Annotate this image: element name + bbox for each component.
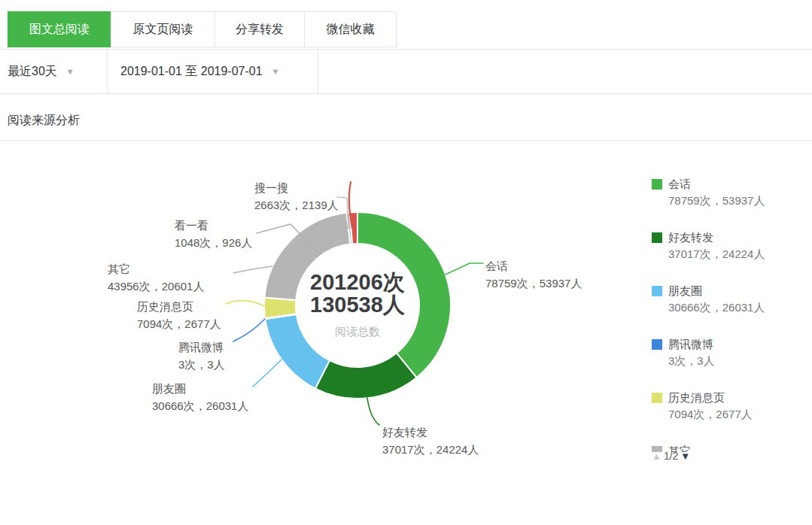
- date-preset-label: 最近30天: [8, 65, 57, 77]
- tab-share-forward[interactable]: 分享转发: [214, 11, 305, 47]
- legend-item-腾讯微博[interactable]: 腾讯微博3次，3人: [652, 336, 806, 369]
- tab-bar: 图文总阅读 原文页阅读 分享转发 微信收藏: [8, 11, 397, 47]
- total-caption: 阅读总数: [275, 325, 440, 339]
- pie-label-line-腾讯微博: [233, 319, 265, 341]
- legend-page-up-icon[interactable]: ▲: [652, 451, 661, 462]
- legend-page-down-icon[interactable]: ▼: [680, 451, 690, 462]
- legend-item-历史消息页[interactable]: 历史消息页7094次，2677人: [652, 390, 806, 423]
- legend-item-name: 腾讯微博: [668, 336, 806, 353]
- date-preset-dropdown[interactable]: 最近30天▼: [8, 50, 75, 93]
- legend-item-好友转发[interactable]: 好友转发37017次，24224人: [652, 229, 806, 262]
- legend-item-value: 30666次，26031人: [668, 299, 806, 316]
- pie-label-line-会话: [446, 263, 483, 275]
- chevron-down-icon: ▼: [66, 67, 75, 76]
- pie-label-好友转发: 好友转发37017次，24224人: [382, 423, 479, 458]
- tab-wechat-favorites[interactable]: 微信收藏: [304, 11, 397, 47]
- filter-divider: [318, 50, 318, 93]
- total-reads: 201206次: [275, 271, 440, 293]
- pie-label-搜一搜: 搜一搜2663次，2139人: [254, 179, 339, 214]
- pie-label-其它: 其它43956次，20601人: [108, 260, 204, 295]
- legend-swatch-icon: [652, 179, 662, 190]
- total-readers: 130538人: [275, 293, 440, 316]
- legend-page-indicator: 1/2: [664, 450, 678, 462]
- legend-item-name: 好友转发: [668, 229, 806, 246]
- date-range-label: 2019-01-01 至 2019-07-01: [120, 65, 263, 77]
- legend-item-name: 会话: [668, 176, 806, 193]
- legend-item-name: 朋友圈: [668, 283, 806, 299]
- legend-item-name: 历史消息页: [668, 390, 806, 406]
- legend-item-value: 37017次，24224人: [668, 246, 806, 262]
- legend-item-value: 7094次，2677人: [668, 406, 806, 423]
- date-range-dropdown[interactable]: 2019-01-01 至 2019-07-01▼: [120, 50, 279, 93]
- filter-bar: 最近30天▼ 2019-01-01 至 2019-07-01▼: [0, 49, 812, 94]
- legend-item-value: 3次，3人: [668, 353, 806, 369]
- legend-item-会话[interactable]: 会话78759次，53937人: [652, 176, 806, 209]
- tab-original-page-reads[interactable]: 原文页阅读: [111, 11, 215, 47]
- tab-article-total-reads[interactable]: 图文总阅读: [8, 11, 111, 47]
- legend-swatch-icon: [652, 393, 662, 403]
- pie-label-line-好友转发: [367, 398, 379, 425]
- read-source-donut-chart: 会话78759次，53937人好友转发37017次，24224人朋友圈30666…: [0, 140, 812, 525]
- pie-label-会话: 会话78759次，53937人: [485, 257, 582, 292]
- legend-item-朋友圈[interactable]: 朋友圈30666次，26031人: [652, 283, 806, 316]
- pie-label-朋友圈: 朋友圈30666次，26031人: [152, 380, 248, 414]
- pie-label-看一看: 看一看1048次，926人: [175, 217, 252, 251]
- pie-label-line-其它: [233, 266, 272, 273]
- filter-divider: [107, 50, 108, 93]
- pie-label-line-历史消息页: [226, 301, 264, 306]
- pie-label-历史消息页: 历史消息页7094次，2677人: [137, 298, 221, 332]
- legend-swatch-icon: [652, 286, 662, 296]
- pie-label-腾讯微博: 腾讯微博3次，3人: [178, 338, 225, 373]
- donut-center-text: 201206次 130538人 阅读总数: [275, 271, 440, 339]
- legend-pagination: ▲ 1/2 ▼: [652, 450, 690, 462]
- pie-slice-好友转发[interactable]: [315, 353, 417, 399]
- section-title: 阅读来源分析: [8, 113, 80, 129]
- chevron-down-icon: ▼: [272, 67, 280, 76]
- legend-swatch-icon: [652, 339, 662, 350]
- legend-swatch-icon: [652, 232, 662, 243]
- legend: 会话78759次，53937人好友转发37017次，24224人朋友圈30666…: [652, 176, 806, 452]
- legend-item-value: 78759次，53937人: [668, 193, 806, 209]
- pie-label-line-朋友圈: [253, 360, 281, 387]
